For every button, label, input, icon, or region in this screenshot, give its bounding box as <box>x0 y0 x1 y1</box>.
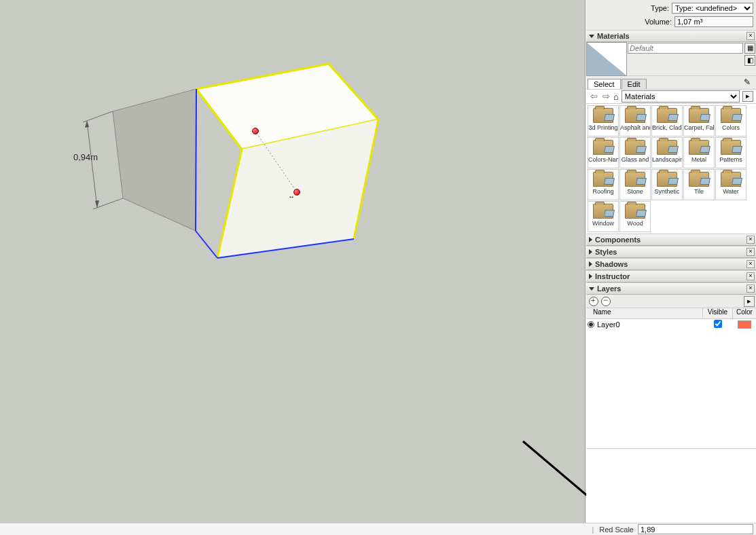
layers-list: Layer0 <box>586 319 756 448</box>
folder-icon <box>721 172 741 187</box>
model-canvas <box>0 0 586 523</box>
add-layer-button[interactable] <box>589 297 598 306</box>
layer-visible-checkbox[interactable] <box>703 320 733 329</box>
status-bar: | Red Scale <box>0 523 756 535</box>
folder-wood[interactable]: Wood <box>619 201 651 232</box>
3d-viewport[interactable]: 0,94m ↔ <box>0 0 586 523</box>
layers-toolbar: ▸ <box>586 295 756 308</box>
measurement-label: Red Scale <box>599 525 634 534</box>
folder-metal[interactable]: Metal <box>683 137 715 168</box>
shadows-panel-header[interactable]: Shadows × <box>586 258 756 270</box>
folder-water[interactable]: Water <box>715 169 746 200</box>
nav-home-icon[interactable]: ⌂ <box>613 92 619 102</box>
materials-library-combo[interactable]: Materials <box>622 90 740 103</box>
expand-arrow-icon <box>589 261 592 267</box>
material-preview-swatch[interactable] <box>586 42 627 76</box>
folder-patterns[interactable]: Patterns <box>715 137 746 168</box>
expand-arrow-icon <box>589 249 592 255</box>
folder-landscaping[interactable]: Landscaping <box>651 137 683 168</box>
folder-brick[interactable]: Brick, Cladding <box>651 105 683 136</box>
svg-line-8 <box>87 121 97 208</box>
svg-marker-10 <box>95 200 99 208</box>
scale-cursor-icon: ↔ <box>288 193 295 200</box>
folder-window[interactable]: Window <box>588 201 619 232</box>
layers-column-headers: Name Visible Color <box>586 308 756 319</box>
folder-icon <box>721 140 741 155</box>
folder-icon <box>593 140 613 155</box>
folder-icon <box>689 140 709 155</box>
set-default-icon[interactable]: ◧ <box>744 55 755 66</box>
materials-folder-grid: 3d Printing Asphalt and Brick, Cladding … <box>586 104 756 234</box>
materials-panel-header[interactable]: Materials × <box>586 30 756 42</box>
folder-glass[interactable]: Glass and <box>619 137 651 168</box>
active-layer-radio[interactable] <box>588 321 594 328</box>
close-icon[interactable]: × <box>746 248 755 256</box>
folder-icon <box>689 172 709 187</box>
folder-icon <box>657 108 677 123</box>
panel-title: Components <box>595 236 641 244</box>
collapse-arrow-icon <box>589 287 594 291</box>
folder-synthetic[interactable]: Synthetic <box>651 169 683 200</box>
folder-asphalt[interactable]: Asphalt and <box>619 105 651 136</box>
folder-colors[interactable]: Colors <box>715 105 746 136</box>
column-name[interactable]: Name <box>586 308 703 318</box>
column-color[interactable]: Color <box>733 308 756 318</box>
eyedropper-icon[interactable]: ✎ <box>744 77 755 88</box>
materials-panel-body: ▦ ◧ Select Edit ✎ ⇦ ⇨ ⌂ Materials ▸ 3d P… <box>586 42 756 234</box>
folder-icon <box>593 204 613 219</box>
instructor-panel-header[interactable]: Instructor × <box>586 270 756 282</box>
folder-roofing[interactable]: Roofing <box>588 169 619 200</box>
layer-row[interactable]: Layer0 <box>586 319 756 330</box>
folder-icon <box>657 140 677 155</box>
folder-icon <box>593 172 613 187</box>
svg-line-4 <box>196 231 217 258</box>
folder-icon <box>625 204 645 219</box>
type-dropdown[interactable]: Type: <undefined> <box>672 3 753 14</box>
tab-select[interactable]: Select <box>588 79 621 89</box>
folder-icon <box>721 108 741 123</box>
tab-edit[interactable]: Edit <box>622 79 647 89</box>
dimension-label: 0,94m <box>73 152 98 162</box>
styles-panel-header[interactable]: Styles × <box>586 246 756 258</box>
status-separator: | <box>592 525 594 534</box>
folder-carpet[interactable]: Carpet, Fabric <box>683 105 715 136</box>
type-label: Type: <box>651 4 669 12</box>
panel-title: Layers <box>597 284 621 293</box>
layers-details-icon[interactable]: ▸ <box>744 296 755 307</box>
close-icon[interactable]: × <box>746 260 755 268</box>
scale-handle-origin[interactable] <box>252 128 259 134</box>
folder-icon <box>689 108 709 123</box>
svg-marker-0 <box>113 89 196 231</box>
svg-marker-9 <box>85 121 89 128</box>
measurement-input[interactable] <box>638 524 753 534</box>
column-visible[interactable]: Visible <box>703 308 733 318</box>
close-icon[interactable]: × <box>746 272 755 280</box>
close-icon[interactable]: × <box>746 32 755 40</box>
folder-3d-printing[interactable]: 3d Printing <box>588 105 619 136</box>
nav-back-icon[interactable]: ⇦ <box>589 92 598 101</box>
details-menu-icon[interactable]: ▸ <box>742 91 753 102</box>
material-name-field[interactable] <box>628 43 743 54</box>
close-icon[interactable]: × <box>746 236 755 244</box>
remove-layer-button[interactable] <box>601 297 611 306</box>
panel-title: Instructor <box>595 272 630 280</box>
expand-arrow-icon <box>589 274 592 279</box>
create-material-icon[interactable]: ▦ <box>744 43 755 54</box>
materials-nav-bar: ⇦ ⇨ ⌂ Materials ▸ <box>586 89 756 104</box>
components-panel-header[interactable]: Components × <box>586 234 756 246</box>
svg-line-3 <box>196 89 196 231</box>
svg-line-6 <box>83 111 113 122</box>
folder-colors-named[interactable]: Colors-Named <box>588 137 619 168</box>
panel-title: Shadows <box>595 260 628 268</box>
layer-color-swatch[interactable] <box>738 320 751 329</box>
close-icon[interactable]: × <box>746 284 755 293</box>
folder-icon <box>625 108 645 123</box>
nav-forward-icon[interactable]: ⇨ <box>601 92 611 101</box>
materials-tabs: Select Edit ✎ <box>586 76 756 89</box>
folder-tile[interactable]: Tile <box>683 169 715 200</box>
layer-name: Layer0 <box>597 320 703 329</box>
layers-panel-header[interactable]: Layers × <box>586 282 756 295</box>
folder-stone[interactable]: Stone <box>619 169 651 200</box>
panel-title: Materials <box>597 32 630 40</box>
entity-info-panel: Type: Type: <undefined> Volume: <box>586 0 756 30</box>
